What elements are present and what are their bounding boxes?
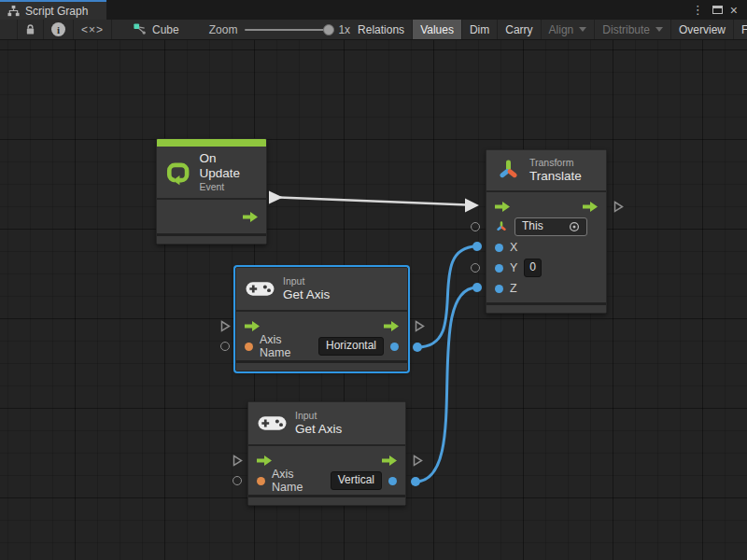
toolbar-button-align[interactable]: Align <box>542 20 596 39</box>
info-icon: i <box>51 22 65 36</box>
maximize-icon[interactable] <box>712 6 723 14</box>
button-label: Full Screen <box>741 23 747 36</box>
wire-endpoint <box>472 283 482 292</box>
window-controls: ⋮ × <box>689 0 747 20</box>
button-label: Align <box>549 23 574 36</box>
wire-endpoint <box>411 477 420 486</box>
wire-arrowhead <box>269 191 283 204</box>
graph-target-label: Cube <box>152 23 179 36</box>
tab-title: Script Graph <box>25 5 88 18</box>
zoom-control: Zoom 1x <box>209 20 350 39</box>
wires-layer <box>0 40 747 560</box>
button-label: Dim <box>470 23 489 36</box>
flow-wire-on-update-to-translate[interactable] <box>269 191 479 213</box>
button-label: Relations <box>358 23 404 36</box>
chevron-down-icon <box>655 27 663 32</box>
code-view-icon: <×> <box>81 23 104 36</box>
wire-arrowhead <box>465 199 479 213</box>
kebab-menu-icon[interactable]: ⋮ <box>689 4 707 16</box>
graph-canvas[interactable]: On Update Event <box>0 40 747 560</box>
value-wire-horizontal-to-x[interactable] <box>413 242 482 352</box>
script-graph-window: Script Graph ⋮ × i <×> Cube <box>0 0 747 560</box>
button-label: Values <box>420 23 454 36</box>
graph-toolbar: i <×> Cube Zoom 1x Relations Values <box>0 20 747 40</box>
zoom-slider[interactable] <box>245 29 331 31</box>
code-view-button[interactable]: <×> <box>74 20 112 39</box>
toolbar-button-relations[interactable]: Relations <box>350 20 413 39</box>
zoom-slider-knob[interactable] <box>323 24 334 35</box>
lock-icon <box>25 23 35 35</box>
toolbar-button-overview[interactable]: Overview <box>671 20 734 39</box>
toolbar-button-distribute[interactable]: Distribute <box>595 20 671 39</box>
wire-endpoint <box>413 343 422 352</box>
tab-bar: Script Graph ⋮ × <box>0 0 747 20</box>
toolbar-button-values[interactable]: Values <box>413 20 462 39</box>
toolbar-button-carry[interactable]: Carry <box>498 20 541 39</box>
lock-button[interactable] <box>17 20 44 39</box>
button-label: Overview <box>679 23 726 36</box>
close-icon[interactable]: × <box>728 4 740 17</box>
button-label: Distribute <box>602 23 650 36</box>
toolbar-button-full-screen[interactable]: Full Screen <box>734 20 747 39</box>
graph-icon <box>133 22 147 36</box>
toolbar-button-dim[interactable]: Dim <box>462 20 498 39</box>
info-button[interactable]: i <box>44 20 74 39</box>
zoom-value: 1x <box>338 23 350 36</box>
zoom-label: Zoom <box>209 23 238 36</box>
tab-script-graph[interactable]: Script Graph <box>0 0 106 20</box>
graph-target[interactable]: Cube <box>123 20 189 39</box>
chevron-down-icon <box>579 27 586 32</box>
wire-endpoint <box>472 242 482 251</box>
graph-icon <box>7 5 20 17</box>
button-label: Carry <box>505 23 532 36</box>
